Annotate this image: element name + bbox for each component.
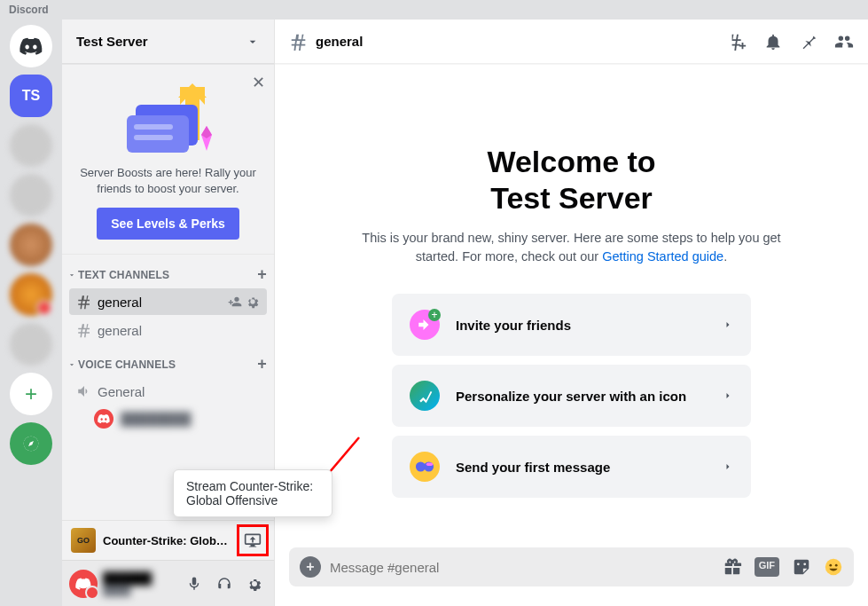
invite-icon[interactable] [228, 295, 242, 309]
home-button[interactable] [10, 25, 52, 67]
threads-icon[interactable] [728, 32, 747, 51]
voice-channels-header[interactable]: VOICE CHANNELS + [62, 344, 274, 377]
channel-name: General [98, 384, 145, 399]
game-name: Counter-Strike: Global ... [103, 534, 233, 547]
user-avatar-icon [94, 409, 113, 429]
welcome-title: Welcome toTest Server [359, 144, 785, 216]
channel-name: general [98, 295, 142, 310]
speaker-icon [76, 383, 92, 399]
server-icon[interactable] [10, 273, 52, 316]
text-channels-header[interactable]: TEXT CHANNELS + [62, 255, 274, 287]
server-icon-selected[interactable]: TS [10, 75, 52, 117]
chevron-right-icon [723, 461, 733, 472]
discord-logo-icon [20, 37, 43, 55]
chevron-right-icon [723, 319, 733, 330]
add-channel-icon[interactable]: + [257, 355, 267, 374]
message-composer: + GIF [289, 547, 854, 586]
server-icon[interactable] [10, 323, 52, 366]
gif-icon[interactable]: GIF [755, 557, 779, 577]
stream-tooltip: Stream Counter-Strike: Global Offensive [173, 469, 332, 517]
user-bar: ██████████ [62, 560, 274, 606]
main-area: general Welcome toTest Server This is yo… [275, 20, 868, 606]
chevron-down-icon [67, 360, 76, 369]
channel-topbar: general [275, 20, 868, 64]
stream-button[interactable] [240, 528, 265, 553]
text-channel[interactable]: general [69, 317, 267, 343]
hash-icon [76, 322, 92, 338]
svg-rect-4 [134, 124, 173, 130]
channel-title: general [316, 34, 363, 49]
server-rail: TS + [0, 20, 62, 606]
invite-card-icon: + [410, 310, 440, 340]
channel-sidebar: Test Server ✕ Server Boosts are here! Ra… [62, 20, 275, 606]
server-icon[interactable] [10, 224, 52, 266]
compass-icon [22, 435, 40, 453]
hash-icon [76, 294, 92, 310]
gift-icon[interactable] [723, 557, 742, 577]
personalize-card-icon [410, 381, 440, 411]
voice-user[interactable]: ████████ [62, 405, 274, 432]
server-header[interactable]: Test Server [62, 20, 274, 64]
activity-panel: GO Counter-Strike: Global ... [62, 520, 274, 560]
boost-text: Server Boosts are here! Rally your frien… [76, 165, 260, 197]
close-icon[interactable]: ✕ [252, 73, 265, 92]
channel-name: general [98, 323, 142, 338]
message-card-icon [410, 452, 440, 482]
server-name: Test Server [76, 34, 148, 49]
pinned-icon[interactable] [799, 32, 818, 51]
members-icon[interactable] [834, 32, 854, 51]
emoji-icon[interactable] [824, 557, 843, 577]
hash-icon [289, 32, 309, 51]
boost-promo: ✕ Server Boosts are here! Rally your fri… [62, 64, 274, 255]
server-icon[interactable] [10, 124, 52, 167]
game-icon: GO [71, 528, 96, 553]
titlebar: Discord [0, 0, 868, 20]
attach-button[interactable]: + [300, 556, 321, 578]
mute-button[interactable] [182, 571, 207, 596]
explore-button[interactable] [10, 422, 52, 465]
chevron-down-icon [246, 35, 260, 49]
svg-point-9 [825, 559, 841, 575]
add-server-button[interactable]: + [10, 373, 52, 415]
chevron-right-icon [723, 390, 733, 401]
settings-button[interactable] [242, 571, 267, 596]
sticker-icon[interactable] [792, 557, 811, 577]
svg-rect-5 [134, 135, 173, 140]
gear-icon[interactable] [246, 295, 260, 309]
text-channel[interactable]: general [69, 288, 267, 315]
notifications-icon[interactable] [763, 32, 783, 51]
add-channel-icon[interactable]: + [257, 265, 267, 284]
message-input[interactable] [330, 560, 714, 575]
getting-started-link[interactable]: Getting Started guide [602, 249, 723, 264]
self-info: ██████████ [103, 571, 176, 595]
voice-username: ████████ [121, 412, 191, 426]
svg-point-11 [835, 564, 838, 567]
onboarding-card-invite[interactable]: + Invite your friends [392, 294, 751, 356]
deafen-button[interactable] [212, 571, 237, 596]
welcome-desc: This is your brand new, shiny server. He… [359, 229, 785, 268]
boost-illustration [76, 78, 260, 158]
onboarding-card-message[interactable]: Send your first message [392, 436, 751, 498]
chevron-down-icon [67, 271, 76, 279]
screen-share-icon [244, 531, 262, 549]
server-icon[interactable] [10, 174, 52, 216]
welcome-block: Welcome toTest Server This is your brand… [359, 144, 785, 267]
svg-rect-3 [127, 115, 189, 153]
boost-cta-button[interactable]: See Levels & Perks [97, 208, 239, 240]
svg-rect-8 [426, 463, 433, 467]
self-avatar[interactable] [69, 570, 98, 598]
svg-point-10 [829, 564, 832, 567]
onboarding-card-icon[interactable]: Personalize your server with an icon [392, 365, 751, 427]
voice-channel[interactable]: General [69, 378, 267, 405]
channel-content: Welcome toTest Server This is your brand… [275, 64, 868, 547]
